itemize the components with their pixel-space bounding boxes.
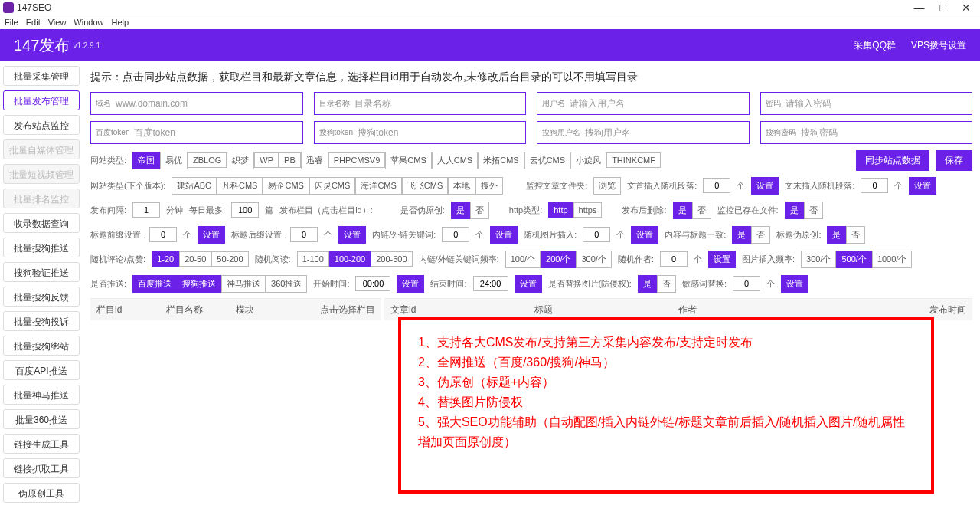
end-set[interactable]: 设置 (514, 275, 542, 293)
read-1[interactable]: 1-100 (297, 251, 329, 267)
http-opt[interactable]: http (548, 202, 573, 218)
push-sogou[interactable]: 搜狗推送 (177, 275, 221, 293)
sidebar-item-7[interactable]: 批量搜狗推送 (3, 238, 80, 257)
daily-input[interactable] (231, 202, 259, 218)
site-type-5[interactable]: PB (279, 152, 301, 168)
randimg-input[interactable] (583, 227, 610, 242)
field-sogou-user[interactable]: 搜狗用户名 (537, 121, 750, 144)
sidebar-item-13[interactable]: 批量神马推送 (3, 385, 80, 405)
exist-no[interactable]: 否 (804, 202, 823, 219)
read-2[interactable]: 100-200 (329, 251, 371, 267)
site-type-6[interactable]: 迅睿 (301, 152, 328, 169)
comment-2[interactable]: 20-50 (179, 251, 211, 267)
sidebar-item-10[interactable]: 批量搜狗投诉 (3, 311, 80, 331)
field-dir[interactable]: 目录名称 (314, 92, 527, 115)
field-user[interactable]: 用户名 (537, 92, 750, 115)
push-360[interactable]: 360推送 (266, 275, 307, 293)
close-icon[interactable]: ✕ (962, 2, 971, 14)
sidebar-item-2[interactable]: 发布站点监控 (3, 115, 80, 135)
title-suf-input[interactable] (290, 227, 318, 242)
sidebar-item-4[interactable]: 批量短视频管理 (3, 164, 80, 184)
site-type-v2-7[interactable]: 搜外 (475, 177, 503, 195)
titfake-no[interactable]: 否 (846, 226, 865, 244)
push-baidu[interactable]: 百度推送 (132, 275, 177, 293)
interval-input[interactable] (132, 202, 160, 218)
menu-edit[interactable]: Edit (26, 18, 41, 27)
comment-3[interactable]: 50-200 (211, 251, 248, 267)
site-type-v2-5[interactable]: 飞飞CMS (402, 177, 448, 195)
comment-1[interactable]: 1-20 (152, 251, 179, 267)
randimg-set[interactable]: 设置 (631, 226, 658, 244)
maximize-icon[interactable]: □ (940, 2, 946, 14)
sidebar-item-12[interactable]: 百度API推送 (3, 360, 80, 380)
sensitive-set[interactable]: 设置 (781, 275, 808, 293)
field-domain[interactable]: 域名 (90, 92, 303, 115)
site-type-13[interactable]: THINKCMF (606, 152, 661, 168)
sogou-pass-input[interactable] (801, 127, 968, 138)
site-type-10[interactable]: 米拓CMS (478, 152, 524, 169)
menu-file[interactable]: File (5, 18, 18, 27)
site-type-3[interactable]: 织梦 (227, 152, 254, 169)
https-opt[interactable]: https (573, 202, 603, 218)
sogou-token-input[interactable] (358, 127, 521, 138)
link-qqgroup[interactable]: 采集QQ群 (854, 39, 896, 52)
lf-3[interactable]: 300/个 (576, 251, 611, 268)
titmatch-yes[interactable]: 是 (732, 226, 751, 244)
site-type-8[interactable]: 苹果CMS (385, 152, 431, 169)
link-vps[interactable]: VPS拨号设置 (911, 39, 966, 52)
sidebar-item-16[interactable]: 链接抓取工具 (3, 458, 80, 478)
push-shenma[interactable]: 神马推送 (221, 275, 266, 293)
site-type-v2-3[interactable]: 闪灵CMS (309, 177, 355, 195)
site-type-2[interactable]: ZBLOG (188, 152, 227, 168)
dir-input[interactable] (354, 98, 521, 109)
fake-no[interactable]: 否 (470, 202, 489, 219)
linkkw-input[interactable] (442, 227, 469, 242)
author-input[interactable] (660, 251, 688, 267)
read-3[interactable]: 200-500 (371, 251, 412, 267)
sidebar-item-17[interactable]: 伪原创工具 (3, 483, 80, 503)
sidebar-item-9[interactable]: 批量搜狗反馈 (3, 287, 80, 307)
replimg-no[interactable]: 否 (657, 275, 676, 293)
site-type-1[interactable]: 易优 (160, 152, 188, 169)
site-type-4[interactable]: WP (254, 152, 279, 168)
browse-button[interactable]: 浏览 (593, 177, 621, 195)
pass-input[interactable] (786, 98, 968, 109)
title-pre-set[interactable]: 设置 (198, 226, 225, 244)
head-rand-input[interactable] (703, 178, 730, 193)
linkkw-set[interactable]: 设置 (490, 226, 518, 244)
replimg-yes[interactable]: 是 (638, 275, 657, 293)
exist-yes[interactable]: 是 (785, 202, 804, 219)
user-input[interactable] (570, 98, 744, 109)
titfake-yes[interactable]: 是 (827, 226, 846, 244)
site-type-v2-6[interactable]: 本地 (448, 177, 475, 195)
start-input[interactable] (355, 276, 390, 291)
del-no[interactable]: 否 (692, 202, 711, 219)
sidebar-item-1[interactable]: 批量发布管理 (3, 90, 80, 110)
sidebar-item-8[interactable]: 搜狗验证推送 (3, 262, 80, 282)
menu-view[interactable]: View (48, 18, 67, 27)
field-sogou-pass[interactable]: 搜狗密码 (760, 121, 973, 144)
field-pass[interactable]: 密码 (760, 92, 973, 115)
if-2[interactable]: 500/个 (836, 251, 871, 268)
sidebar-item-11[interactable]: 批量搜狗绑站 (3, 336, 80, 356)
if-3[interactable]: 1000/个 (872, 251, 913, 268)
site-type-11[interactable]: 云优CMS (524, 152, 570, 169)
end-input[interactable] (473, 276, 508, 291)
head-rand-set[interactable]: 设置 (751, 177, 779, 195)
site-type-v2-1[interactable]: 凡科CMS (217, 177, 263, 195)
site-type-12[interactable]: 小旋风 (570, 152, 606, 169)
sogou-user-input[interactable] (585, 127, 744, 138)
del-yes[interactable]: 是 (673, 202, 692, 219)
lf-1[interactable]: 100/个 (505, 251, 541, 268)
tail-rand-set[interactable]: 设置 (909, 177, 936, 195)
author-set[interactable]: 设置 (708, 251, 736, 268)
sidebar-item-5[interactable]: 批量排名监控 (3, 189, 80, 208)
site-type-9[interactable]: 人人CMS (432, 152, 478, 169)
baidu-input[interactable] (134, 127, 297, 138)
fake-yes[interactable]: 是 (451, 202, 470, 219)
sidebar-item-6[interactable]: 收录数据查询 (3, 213, 80, 233)
sidebar-item-14[interactable]: 批量360推送 (3, 409, 80, 429)
sidebar-item-3[interactable]: 批量自媒体管理 (3, 139, 80, 159)
titmatch-no[interactable]: 否 (751, 226, 770, 244)
site-type-v2-2[interactable]: 易企CMS (263, 177, 309, 195)
